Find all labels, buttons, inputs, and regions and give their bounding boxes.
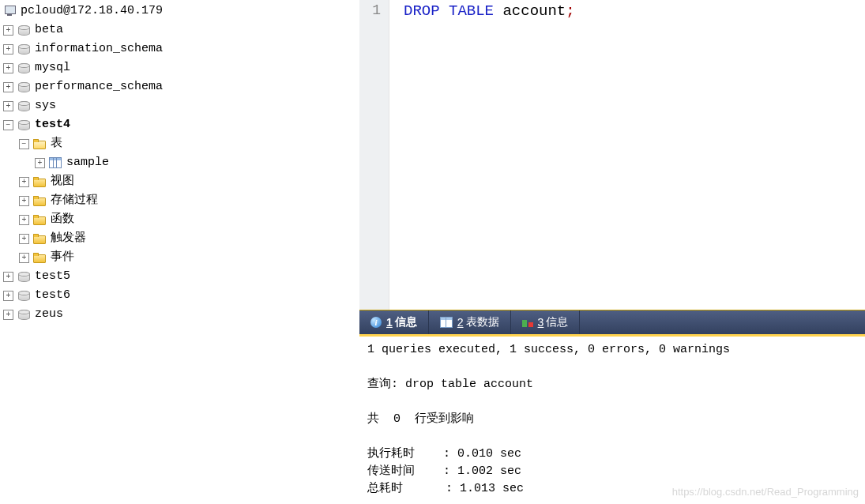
table-label: sample [65,153,111,172]
db-label: performance_schema [33,77,164,96]
expand-icon[interactable]: + [19,234,29,244]
triggers-folder[interactable]: +触发器 [3,229,359,248]
output-exec-time: 执行耗时 : 0.010 sec [367,447,521,461]
line-number: 1 [372,2,381,18]
tab-accel: 2 [457,316,464,329]
database-icon [17,270,30,283]
connection-node[interactable]: pcloud@172.18.40.179 [3,2,359,21]
db-label: test6 [33,286,72,305]
app-root: pcloud@172.18.40.179 +beta +information_… [0,0,865,504]
db-node[interactable]: +zeus [3,305,359,324]
tab-label: 信息 [395,315,417,329]
database-icon [17,81,30,93]
database-icon [17,62,30,74]
table-icon [49,157,62,168]
folder-label: 事件 [49,248,76,267]
folder-icon [33,234,46,244]
expand-icon[interactable]: + [3,310,13,320]
database-icon [17,100,30,112]
folder-icon [33,215,46,225]
database-icon [17,43,30,55]
line-gutter: 1 [359,0,389,310]
sql-punct: ; [566,2,574,20]
profile-icon [522,318,533,327]
output-total-time: 总耗时 : 1.013 sec [367,482,524,495]
db-node[interactable]: +sys [3,96,359,115]
folder-label: 触发器 [49,229,88,248]
tab-label: 表数据 [466,315,499,329]
expand-icon[interactable]: + [3,63,13,73]
server-icon [3,6,16,17]
procs-folder[interactable]: +存储过程 [3,191,359,210]
expand-icon[interactable]: + [35,158,45,168]
tree: pcloud@172.18.40.179 +beta +information_… [3,2,359,324]
tables-folder[interactable]: −表 [3,134,359,153]
folder-label: 视图 [49,172,76,191]
expand-icon[interactable]: + [19,215,29,225]
db-node[interactable]: +performance_schema [3,77,359,96]
expand-icon[interactable]: + [19,196,29,206]
db-node[interactable]: +mysql [3,58,359,77]
sql-keyword: TABLE [449,2,494,20]
expand-icon[interactable]: + [19,253,29,263]
watermark: https://blog.csdn.net/Read_Programming [672,483,859,501]
db-label: sys [33,96,58,115]
sql-editor[interactable]: 1 DROP TABLE account; [359,0,865,310]
messages-output[interactable]: 1 queries executed, 1 success, 0 errors,… [359,337,865,504]
connection-label: pcloud@172.18.40.179 [19,2,164,21]
code-area[interactable]: DROP TABLE account; [389,0,865,310]
table-node[interactable]: +sample [3,153,359,172]
funcs-folder[interactable]: +函数 [3,210,359,229]
tab-table-data[interactable]: 2 表数据 [429,310,511,334]
tab-info[interactable]: 3 信息 [511,310,581,334]
db-node[interactable]: +test5 [3,267,359,286]
db-label: test4 [33,115,72,134]
views-folder[interactable]: +视图 [3,172,359,191]
collapse-icon[interactable]: − [19,139,29,149]
info-icon [370,317,382,328]
collapse-icon[interactable]: − [3,120,13,130]
tab-label: 信息 [546,315,568,329]
db-label: test5 [33,267,72,286]
tab-accel: 3 [538,316,544,329]
expand-icon[interactable]: + [3,44,13,55]
folder-open-icon [33,139,46,149]
database-icon [17,289,30,302]
db-node[interactable]: +beta [3,21,359,39]
main-panel: 1 DROP TABLE account; 1 信息 2 表数据 3 信息 1 … [359,0,865,504]
tab-messages[interactable]: 1 信息 [359,310,429,334]
grid-icon [440,317,453,328]
db-node-active[interactable]: −test4 [3,115,359,134]
folder-icon [33,177,46,187]
expand-icon[interactable]: + [3,291,13,301]
expand-icon[interactable]: + [3,272,13,282]
events-folder[interactable]: +事件 [3,248,359,267]
output-query: 查询: drop table account [367,378,533,391]
db-label: zeus [33,305,65,324]
output-rows: 共 0 行受到影响 [367,412,474,426]
folder-label: 存储过程 [49,191,100,210]
folder-icon [33,196,46,206]
sql-keyword: DROP [404,2,440,20]
database-icon [17,24,30,36]
database-icon [17,308,30,321]
db-label: information_schema [33,39,164,58]
output-summary: 1 queries executed, 1 success, 0 errors,… [367,343,730,356]
output-transfer-time: 传送时间 : 1.002 sec [367,465,521,478]
expand-icon[interactable]: + [3,25,13,36]
expand-icon[interactable]: + [3,101,13,111]
folder-label: 函数 [49,210,76,229]
db-label: mysql [33,58,72,77]
result-tabbar: 1 信息 2 表数据 3 信息 [359,310,865,337]
db-node[interactable]: +test6 [3,286,359,305]
folder-icon [33,253,46,263]
db-label: beta [33,21,65,39]
database-icon [17,118,30,131]
object-browser: pcloud@172.18.40.179 +beta +information_… [0,0,359,504]
db-node[interactable]: +information_schema [3,39,359,58]
expand-icon[interactable]: + [3,82,13,92]
expand-icon[interactable]: + [19,177,29,187]
tab-accel: 1 [386,316,393,329]
folder-label: 表 [49,134,64,153]
sql-identifier: account [502,2,566,20]
